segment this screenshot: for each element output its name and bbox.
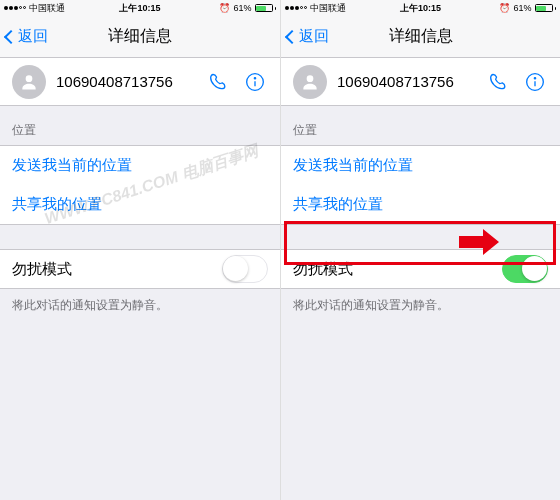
screen-after: 中国联通 上午10:15 ⏰ 61% 返回 详细信息 1069040871375… xyxy=(280,0,560,500)
chevron-left-icon xyxy=(285,29,299,43)
do-not-disturb-label: 勿扰模式 xyxy=(12,260,222,279)
back-label: 返回 xyxy=(18,27,48,46)
info-button[interactable] xyxy=(242,69,268,95)
avatar xyxy=(293,65,327,99)
contact-row[interactable]: 10690408713756 xyxy=(0,58,280,106)
back-button[interactable]: 返回 xyxy=(6,27,48,46)
alarm-icon: ⏰ xyxy=(219,3,230,13)
info-button[interactable] xyxy=(522,69,548,95)
back-button[interactable]: 返回 xyxy=(287,27,329,46)
do-not-disturb-footnote: 将此对话的通知设置为静音。 xyxy=(281,289,560,322)
do-not-disturb-toggle[interactable] xyxy=(502,255,548,283)
contact-name: 10690408713756 xyxy=(337,73,476,90)
battery-pct: 61% xyxy=(233,3,251,13)
do-not-disturb-row: 勿扰模式 xyxy=(0,249,280,289)
signal-dots-icon xyxy=(4,6,26,10)
share-my-location-button[interactable]: 共享我的位置 xyxy=(0,185,280,225)
clock-label: 上午10:15 xyxy=(400,2,441,15)
person-icon xyxy=(19,72,39,92)
call-button[interactable] xyxy=(206,69,232,95)
carrier-label: 中国联通 xyxy=(29,2,65,15)
status-bar: 中国联通 上午10:15 ⏰ 61% xyxy=(281,0,560,16)
back-label: 返回 xyxy=(299,27,329,46)
clock-label: 上午10:15 xyxy=(119,2,160,15)
share-my-location-button[interactable]: 共享我的位置 xyxy=(281,185,560,225)
page-title: 详细信息 xyxy=(108,26,172,47)
nav-bar: 返回 详细信息 xyxy=(0,16,280,58)
svg-point-4 xyxy=(307,75,314,82)
nav-bar: 返回 详细信息 xyxy=(281,16,560,58)
svg-point-7 xyxy=(534,77,535,78)
alarm-icon: ⏰ xyxy=(499,3,510,13)
info-icon xyxy=(525,72,545,92)
battery-pct: 61% xyxy=(513,3,531,13)
do-not-disturb-toggle[interactable] xyxy=(222,255,268,283)
send-my-location-button[interactable]: 发送我当前的位置 xyxy=(0,145,280,185)
phone-icon xyxy=(209,72,229,92)
svg-point-3 xyxy=(254,77,255,78)
send-my-location-button[interactable]: 发送我当前的位置 xyxy=(281,145,560,185)
status-bar: 中国联通 上午10:15 ⏰ 61% xyxy=(0,0,280,16)
info-icon xyxy=(245,72,265,92)
do-not-disturb-label: 勿扰模式 xyxy=(293,260,502,279)
do-not-disturb-row: 勿扰模式 xyxy=(281,249,560,289)
call-button[interactable] xyxy=(486,69,512,95)
carrier-label: 中国联通 xyxy=(310,2,346,15)
battery-icon xyxy=(535,4,557,12)
chevron-left-icon xyxy=(4,29,18,43)
svg-point-0 xyxy=(26,75,33,82)
contact-name: 10690408713756 xyxy=(56,73,196,90)
location-section-header: 位置 xyxy=(0,106,280,145)
page-title: 详细信息 xyxy=(389,26,453,47)
avatar xyxy=(12,65,46,99)
phone-icon xyxy=(489,72,509,92)
person-icon xyxy=(300,72,320,92)
screen-before: 中国联通 上午10:15 ⏰ 61% 返回 详细信息 1069040871375… xyxy=(0,0,280,500)
battery-icon xyxy=(255,4,277,12)
contact-row[interactable]: 10690408713756 xyxy=(281,58,560,106)
do-not-disturb-footnote: 将此对话的通知设置为静音。 xyxy=(0,289,280,322)
location-section-header: 位置 xyxy=(281,106,560,145)
signal-dots-icon xyxy=(285,6,307,10)
